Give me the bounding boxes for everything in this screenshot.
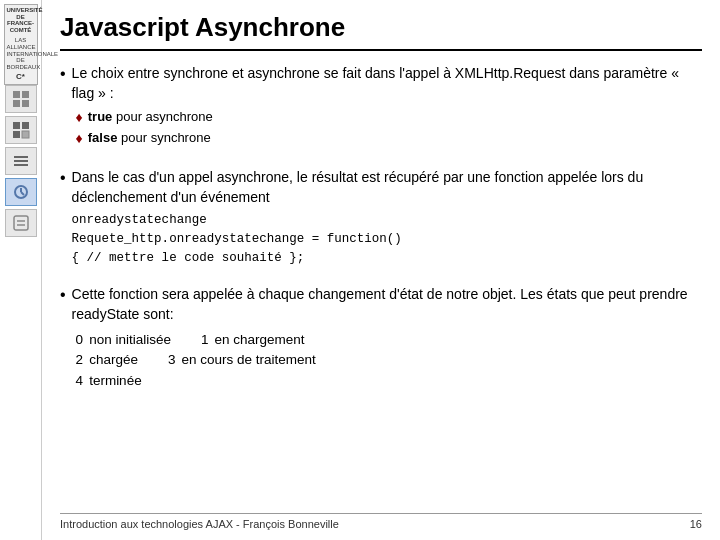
bullet-1: • Le choix entre synchrone et asynchrone… — [60, 63, 702, 157]
footer-left: Introduction aux technologies AJAX - Fra… — [60, 518, 339, 530]
state-label-4: terminée — [89, 371, 142, 391]
state-num-2: 2 — [76, 350, 84, 370]
state-num-3: 3 — [168, 350, 176, 370]
sub-bullet-false: ♦ false pour synchrone — [76, 129, 702, 149]
university-logo: UNIVERSITÉDE FRANCE-COMTÉ LAS ALLIANCEIN… — [4, 4, 38, 85]
state-num-0: 0 — [76, 330, 84, 350]
bullet-1-item: • Le choix entre synchrone et asynchrone… — [60, 63, 702, 151]
state-label-0: non initialisée — [89, 330, 171, 350]
bullet-3-content: Cette fonction sera appelée à chaque cha… — [72, 284, 702, 391]
sidebar-icon-list — [0, 85, 41, 237]
bullet-1-text: Le choix entre synchrone et asynchrone s… — [72, 65, 679, 101]
sub-bullet-true-text: true pour asynchrone — [88, 108, 213, 126]
sub-bullet-false-text: false pour synchrone — [88, 129, 211, 147]
states-row-1: 0 non initialisée 1 en chargement — [76, 330, 702, 350]
bullet-2-content: Dans le cas d'un appel asynchrone, le ré… — [72, 167, 702, 268]
bullet-1-content: Le choix entre synchrone et asynchrone s… — [72, 63, 702, 151]
sub-bullet-dot-2: ♦ — [76, 129, 83, 149]
svg-rect-5 — [22, 122, 29, 129]
state-3: 3 en cours de traitement — [168, 350, 316, 370]
svg-rect-9 — [14, 160, 28, 162]
state-label-2: chargée — [89, 350, 138, 370]
bullet-1-dot: • — [60, 63, 66, 85]
sidebar-icon-2[interactable] — [5, 116, 37, 144]
state-4: 4 terminée — [76, 371, 142, 391]
state-label-1: en chargement — [214, 330, 304, 350]
sidebar: UNIVERSITÉDE FRANCE-COMTÉ LAS ALLIANCEIN… — [0, 0, 42, 540]
footer-right: 16 — [690, 518, 702, 530]
sub1-suffix: pour asynchrone — [112, 109, 212, 124]
sidebar-icon-1[interactable] — [5, 85, 37, 113]
svg-rect-6 — [13, 131, 20, 138]
state-1: 1 en chargement — [201, 330, 305, 350]
svg-rect-1 — [22, 91, 29, 98]
state-num-4: 4 — [76, 371, 84, 391]
state-num-1: 1 — [201, 330, 209, 350]
main-content: Javascript Asynchrone • Le choix entre s… — [42, 0, 720, 540]
svg-rect-3 — [22, 100, 29, 107]
keyword-true: true — [88, 109, 113, 124]
bullet-2-intro: Dans le cas d'un appel asynchrone, le ré… — [72, 169, 644, 205]
code-line-2: Requete_http.onreadystatechange = functi… — [72, 230, 702, 249]
footer: Introduction aux technologies AJAX - Fra… — [60, 513, 702, 530]
bullet-3-dot: • — [60, 284, 66, 306]
state-2: 2 chargée — [76, 350, 138, 370]
state-label-3: en cours de traitement — [181, 350, 315, 370]
bullet-3-text: Cette fonction sera appelée à chaque cha… — [72, 286, 688, 322]
code-block: onreadystatechange Requete_http.onreadys… — [72, 211, 702, 267]
svg-rect-4 — [13, 122, 20, 129]
svg-rect-10 — [14, 164, 28, 166]
state-0: 0 non initialisée — [76, 330, 171, 350]
states-table: 0 non initialisée 1 en chargement 2 char… — [76, 330, 702, 391]
states-row-3: 4 terminée — [76, 371, 702, 391]
code-line-1: onreadystatechange — [72, 211, 702, 230]
page-title: Javascript Asynchrone — [60, 12, 702, 43]
sub-bullets-1: ♦ true pour asynchrone ♦ false pour sync… — [76, 108, 702, 149]
svg-rect-0 — [13, 91, 20, 98]
bullet-3-item: • Cette fonction sera appelée à chaque c… — [60, 284, 702, 391]
sidebar-icon-4-active[interactable] — [5, 178, 37, 206]
svg-rect-7 — [22, 131, 29, 138]
sidebar-icon-5[interactable] — [5, 209, 37, 237]
bullet-2-item: • Dans le cas d'un appel asynchrone, le … — [60, 167, 702, 268]
sub2-suffix: pour synchrone — [117, 130, 210, 145]
svg-line-13 — [21, 192, 24, 195]
bullet-2-dot: • — [60, 167, 66, 189]
states-row-2: 2 chargée 3 en cours de traitement — [76, 350, 702, 370]
svg-rect-8 — [14, 156, 28, 158]
sub-bullet-true: ♦ true pour asynchrone — [76, 108, 702, 128]
svg-rect-2 — [13, 100, 20, 107]
sub-bullet-dot-1: ♦ — [76, 108, 83, 128]
bullet-2: • Dans le cas d'un appel asynchrone, le … — [60, 167, 702, 274]
title-divider — [60, 49, 702, 51]
keyword-false: false — [88, 130, 118, 145]
code-line-3: { // mettre le code souhaité }; — [72, 249, 702, 268]
bullet-3: • Cette fonction sera appelée à chaque c… — [60, 284, 702, 397]
sidebar-icon-3[interactable] — [5, 147, 37, 175]
svg-rect-14 — [14, 216, 28, 230]
